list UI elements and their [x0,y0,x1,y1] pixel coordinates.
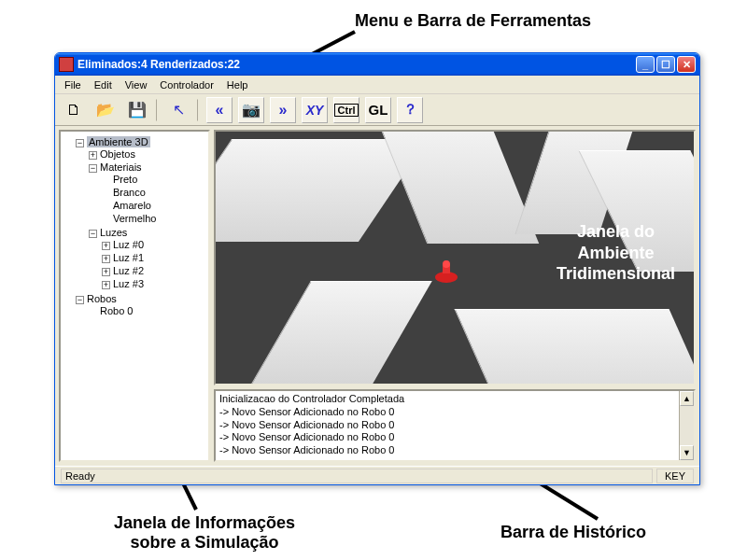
toolbar-separator [156,99,160,121]
history-line: -> Novo Sensor Adicionado no Robo 0 [219,431,675,444]
history-panel: Inicializacao do Controlador Completada … [214,389,696,462]
tree-luz-item[interactable]: +Luz #0 [102,238,206,251]
menu-view[interactable]: View [120,77,153,92]
collapse-icon[interactable]: − [89,164,97,173]
next-icon: » [279,102,288,119]
expand-icon[interactable]: + [102,281,110,289]
toolbar: 🗋 📂 💾 ↖ « 📷 » XY Ctrl GL ？ [55,94,699,126]
xy-button[interactable]: XY [302,97,328,123]
save-button[interactable]: 💾 [124,97,150,123]
svg-point-8 [443,260,450,268]
history-line: -> Novo Sensor Adicionado no Robo 0 [219,444,675,457]
client-area: −Ambiente 3D +Objetos −Materiais Preto B… [55,126,699,466]
gl-icon: GL [369,102,388,118]
statusbar: Ready KEY [55,466,699,484]
scroll-track[interactable] [680,406,694,445]
scroll-up-button[interactable]: ▲ [680,391,694,406]
tree-luz-item[interactable]: +Luz #1 [102,251,206,264]
tree-material-item[interactable]: Preto [102,173,206,186]
viewport-3d[interactable]: Janela do Ambiente Tridimensional [214,130,696,385]
robot-icon [432,260,460,285]
pointer-button[interactable]: ↖ [165,97,191,123]
new-icon: 🗋 [66,102,81,119]
expand-icon[interactable]: + [102,255,110,263]
menubar: File Edit View Controlador Help [55,76,699,94]
ctrl-button[interactable]: Ctrl [333,97,359,123]
close-button[interactable]: ✕ [677,56,696,73]
tree-material-item[interactable]: Amarelo [102,199,206,212]
app-icon [59,57,74,72]
window-title: Eliminados:4 Renderizados:22 [78,58,634,71]
status-key: KEY [656,469,694,483]
collapse-icon[interactable]: − [76,296,84,304]
xy-icon: XY [306,103,324,118]
ctrl-icon: Ctrl [334,104,359,117]
menu-file[interactable]: File [59,77,87,92]
viewport-label: Janela do Ambiente Tridimensional [557,221,675,285]
maximize-button[interactable]: ☐ [656,56,675,73]
prev-icon: « [216,102,224,119]
tree-luz-item[interactable]: +Luz #3 [102,277,206,290]
prev-button[interactable]: « [206,97,233,123]
camera-button[interactable]: 📷 [238,97,264,123]
titlebar[interactable]: Eliminados:4 Renderizados:22 _ ☐ ✕ [55,53,699,76]
history-line: Inicializacao do Controlador Completada [219,393,675,406]
application-window: Eliminados:4 Renderizados:22 _ ☐ ✕ File … [54,52,700,485]
gl-button[interactable]: GL [365,97,391,123]
open-button[interactable]: 📂 [92,97,119,123]
expand-icon[interactable]: + [102,268,110,276]
tree-robos[interactable]: −Robos Robo 0 [76,292,206,318]
tree-material-item[interactable]: Branco [102,186,206,199]
pointer-icon: ↖ [173,101,185,119]
tree-luz-item[interactable]: +Luz #2 [102,264,206,277]
tree: −Ambiente 3D +Objetos −Materiais Preto B… [63,135,206,318]
toolbar-separator [197,99,201,121]
collapse-icon[interactable]: − [89,230,97,238]
save-icon: 💾 [128,101,147,119]
annotation-top: Menu e Barra de Ferramentas [355,11,591,31]
annotation-bottom-right: Barra de Histórico [500,523,646,542]
tree-luzes[interactable]: −Luzes +Luz #0 +Luz #1 +Luz #2 +Luz #3 [89,226,206,291]
expand-icon[interactable]: + [89,151,97,160]
tree-objetos[interactable]: +Objetos [89,147,206,161]
menu-edit[interactable]: Edit [89,77,118,92]
open-icon: 📂 [96,101,115,119]
status-ready: Ready [61,469,653,483]
help-button[interactable]: ？ [397,97,423,123]
tree-robo-item[interactable]: Robo 0 [89,304,206,317]
annotation-bottom-left: Janela de Informações sobre a Simulação [114,513,295,553]
new-button[interactable]: 🗋 [61,97,87,123]
scroll-down-button[interactable]: ▼ [680,445,694,460]
menu-controlador[interactable]: Controlador [154,77,218,92]
history-text[interactable]: Inicializacao do Controlador Completada … [216,391,679,460]
camera-icon: 📷 [242,101,261,119]
right-column: Janela do Ambiente Tridimensional Inicia… [214,130,696,462]
expand-icon[interactable]: + [102,242,110,250]
collapse-icon[interactable]: − [76,139,84,147]
tree-materiais[interactable]: −Materiais Preto Branco Amarelo Vermelho [89,161,206,226]
help-icon: ？ [403,101,417,119]
tree-material-item[interactable]: Vermelho [102,212,206,225]
next-button[interactable]: » [270,97,296,123]
history-scrollbar[interactable]: ▲ ▼ [679,391,694,460]
tree-root[interactable]: −Ambiente 3D +Objetos −Materiais Preto B… [76,135,206,292]
history-line: -> Novo Sensor Adicionado no Robo 0 [219,406,675,419]
history-line: -> Novo Sensor Adicionado no Robo 0 [219,419,675,432]
tree-panel[interactable]: −Ambiente 3D +Objetos −Materiais Preto B… [59,130,210,462]
menu-help[interactable]: Help [221,77,254,92]
minimize-button[interactable]: _ [636,56,655,73]
